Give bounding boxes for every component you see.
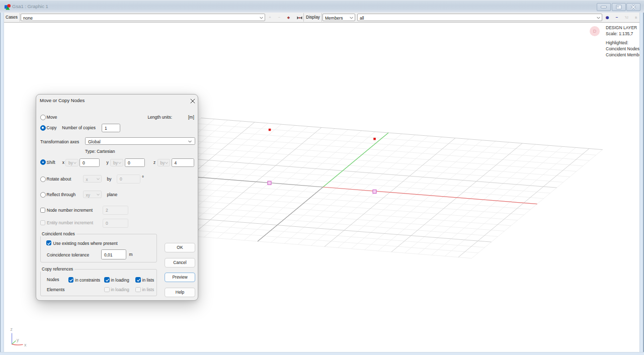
svg-text:z: z — [11, 327, 13, 332]
svg-text:y: y — [17, 337, 19, 342]
svg-text:x: x — [24, 342, 27, 347]
